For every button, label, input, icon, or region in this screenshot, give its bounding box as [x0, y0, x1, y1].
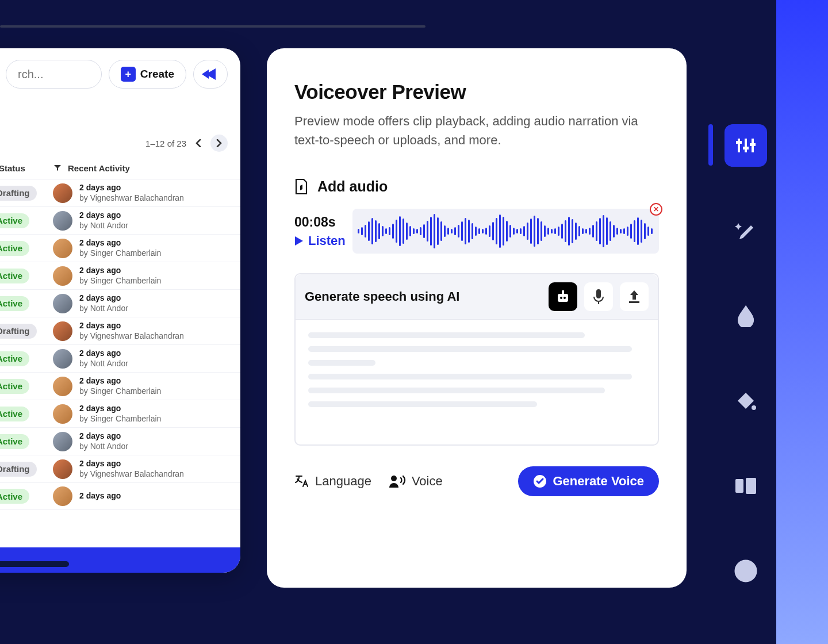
waveform-bar — [389, 227, 390, 235]
waveform-bar — [368, 221, 370, 241]
ai-mode-button[interactable] — [549, 282, 577, 311]
forward-button[interactable] — [193, 60, 228, 89]
table-row[interactable]: Drafting 2 days ago by Vigneshwar Balach… — [0, 179, 240, 207]
panel-description: Preview mode offers clip playback, addin… — [294, 112, 659, 150]
waveform-bar — [478, 228, 480, 234]
waveform-bar — [465, 218, 466, 244]
generate-speech-panel: Generate speech using AI — [294, 273, 659, 446]
top-scrollbar[interactable] — [0, 25, 425, 28]
waveform-bar — [402, 218, 404, 244]
waveform-bar — [513, 228, 515, 235]
waveform-bar — [420, 227, 421, 235]
svg-rect-9 — [745, 139, 747, 152]
table-row[interactable]: Active 2 days ago — [0, 483, 240, 510]
tool-voiceover-button[interactable] — [724, 124, 767, 167]
waveform-bar — [547, 228, 549, 235]
waveform-bar — [572, 219, 573, 243]
table-row[interactable]: Active 2 days ago by Nott Andor — [0, 345, 240, 373]
waveform-bar — [644, 223, 646, 239]
waveform-bar — [558, 227, 559, 236]
record-mic-button[interactable] — [584, 282, 613, 311]
svg-rect-15 — [735, 479, 743, 493]
svg-rect-4 — [596, 289, 601, 298]
table-row[interactable]: Active 2 days ago by Singer Chamberlain — [0, 373, 240, 400]
status-badge: Active — [0, 434, 29, 449]
waveform-bar — [416, 229, 418, 233]
waveform-bar — [647, 227, 649, 236]
waveform-bar — [499, 214, 501, 248]
generate-speech-title: Generate speech using AI — [305, 289, 459, 304]
waveform-bar — [430, 217, 432, 246]
listen-button[interactable]: Listen — [294, 233, 346, 248]
waveform-bar — [534, 216, 535, 247]
waveform-bar — [620, 229, 622, 233]
waveform-bar — [392, 224, 394, 239]
waveform-bar — [365, 225, 366, 237]
waveform-bar — [616, 228, 618, 235]
pager-prev-button[interactable] — [190, 135, 207, 152]
tool-edit-button[interactable] — [724, 209, 767, 252]
skeleton-line — [308, 401, 537, 407]
search-input[interactable] — [18, 68, 90, 81]
table-row[interactable]: Active 2 days ago by Singer Chamberlain — [0, 235, 240, 262]
waveform-bar — [530, 218, 532, 244]
content-list-panel: + Create 1–12 of 23 Status Recent Activi… — [0, 48, 240, 573]
check-circle-icon — [533, 474, 547, 488]
svg-rect-13 — [750, 143, 756, 146]
activity-text: 2 days ago by Nott Andor — [79, 210, 128, 231]
generate-voice-button[interactable]: Generate Voice — [518, 466, 659, 496]
tool-add-button[interactable] — [724, 550, 767, 592]
tool-layout-button[interactable] — [724, 465, 767, 507]
skeleton-line — [308, 374, 632, 379]
waveform-bar — [399, 216, 401, 246]
voice-button[interactable]: Voice — [389, 474, 443, 489]
side-toolbar — [724, 124, 767, 592]
table-row[interactable]: Active 2 days ago by Singer Chamberlain — [0, 262, 240, 290]
upload-icon — [627, 289, 641, 304]
svg-rect-11 — [736, 141, 742, 144]
svg-point-2 — [564, 297, 566, 299]
waveform-bar — [540, 221, 542, 241]
status-badge: Active — [0, 489, 29, 504]
status-badge: Active — [0, 269, 29, 283]
plus-circle-icon — [734, 559, 757, 582]
table-row[interactable]: Active 2 days ago by Singer Chamberlain — [0, 400, 240, 428]
tool-fill-button[interactable] — [724, 379, 767, 422]
listen-label: Listen — [308, 233, 346, 248]
remove-audio-button[interactable]: ✕ — [650, 203, 662, 216]
waveform-bar — [592, 225, 594, 237]
table-row[interactable]: Active 2 days ago by Nott Andor — [0, 428, 240, 455]
create-button-label: Create — [140, 68, 174, 80]
language-button[interactable]: Language — [294, 474, 371, 489]
avatar — [53, 404, 72, 424]
activity-text: 2 days ago by Vigneshwar Balachandran — [79, 321, 184, 341]
waveform[interactable]: ✕ — [352, 209, 659, 254]
waveform-bar — [585, 229, 587, 233]
panel-title: Voiceover Preview — [294, 80, 659, 103]
table-row[interactable]: Active 2 days ago by Nott Andor — [0, 207, 240, 235]
plus-box-icon: + — [121, 67, 136, 82]
generate-voice-label: Generate Voice — [553, 474, 644, 489]
horizontal-scrollbar[interactable] — [0, 561, 69, 567]
tool-opacity-button[interactable] — [724, 294, 767, 337]
layout-icon — [734, 477, 757, 495]
pager-next-button[interactable] — [210, 135, 228, 152]
waveform-bar — [551, 229, 553, 233]
table-row[interactable]: Active 2 days ago by Nott Andor — [0, 290, 240, 317]
waveform-bar — [537, 218, 539, 244]
upload-audio-button[interactable] — [620, 282, 649, 311]
waveform-bar — [440, 221, 442, 241]
waveform-bar — [603, 215, 604, 247]
waveform-bar — [589, 228, 591, 235]
create-button[interactable]: + Create — [109, 60, 186, 89]
waveform-bar — [582, 228, 584, 234]
status-badge: Active — [0, 241, 29, 256]
filter-icon[interactable] — [54, 163, 61, 173]
waveform-bar — [447, 228, 449, 235]
skeleton-line — [308, 332, 585, 338]
table-row[interactable]: Drafting 2 days ago by Vigneshwar Balach… — [0, 317, 240, 345]
waveform-bar — [489, 225, 490, 237]
table-row[interactable]: Drafting 2 days ago by Vigneshwar Balach… — [0, 455, 240, 483]
activity-text: 2 days ago by Singer Chamberlain — [79, 404, 161, 424]
activity-text: 2 days ago by Singer Chamberlain — [79, 266, 161, 286]
